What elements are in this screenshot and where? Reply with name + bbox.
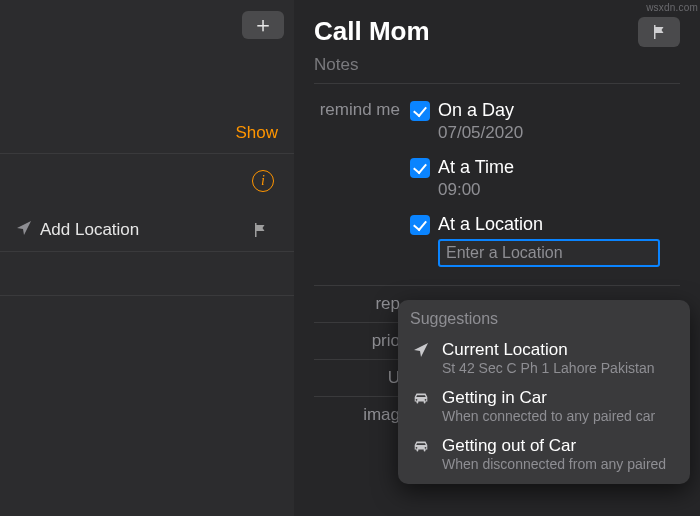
plus-icon: ＋ [252, 14, 274, 36]
on-a-day-label: On a Day [438, 100, 514, 121]
at-a-time-label: At a Time [438, 157, 514, 178]
suggestion-getting-out-of-car[interactable]: Getting out of Car When disconnected fro… [410, 430, 678, 478]
suggestion-getting-in-car[interactable]: Getting in Car When connected to any pai… [410, 382, 678, 430]
repeat-label: rep [314, 294, 410, 314]
on-a-day-value[interactable]: 07/05/2020 [438, 123, 680, 143]
location-arrow-icon [16, 220, 32, 240]
add-location-row[interactable]: Add Location [0, 208, 294, 252]
info-icon[interactable]: i [252, 170, 274, 192]
flag-icon [651, 24, 667, 40]
suggestion-subtitle: St 42 Sec C Ph 1 Lahore Pakistan [442, 360, 678, 376]
notes-field[interactable]: Notes [314, 55, 680, 84]
flag-icon [252, 222, 268, 238]
checkbox-at-a-location[interactable] [410, 215, 430, 235]
location-suggestions-popup: Suggestions Current Location St 42 Sec C… [398, 300, 690, 484]
at-a-location-label: At a Location [438, 214, 543, 235]
add-reminder-button[interactable]: ＋ [242, 11, 284, 39]
reminder-title[interactable]: Call Mom [314, 16, 430, 47]
suggestions-title: Suggestions [410, 310, 678, 328]
suggestion-title: Getting in Car [442, 388, 678, 408]
suggestion-subtitle: When disconnected from any paired [442, 456, 678, 472]
suggestion-title: Current Location [442, 340, 678, 360]
flag-button[interactable] [242, 217, 278, 243]
flag-button[interactable] [638, 17, 680, 47]
checkbox-on-a-day[interactable] [410, 101, 430, 121]
url-label: U [314, 368, 410, 388]
add-location-label: Add Location [40, 220, 139, 240]
at-a-time-value[interactable]: 09:00 [438, 180, 680, 200]
location-input[interactable] [438, 239, 660, 267]
suggestion-subtitle: When connected to any paired car [442, 408, 678, 424]
location-arrow-icon [410, 340, 432, 363]
detail-panel: wsxdn.com Call Mom Notes remind me On a … [294, 0, 700, 516]
show-completed-toggle[interactable]: Show [235, 123, 278, 143]
sidebar: ＋ Show i Add Location [0, 0, 294, 516]
list-item[interactable]: i [0, 154, 294, 208]
car-icon [410, 436, 432, 458]
remind-me-label: remind me [314, 100, 410, 281]
images-label: imag [314, 405, 410, 425]
suggestion-title: Getting out of Car [442, 436, 678, 456]
car-icon [410, 388, 432, 410]
priority-label: prio [314, 331, 410, 351]
watermark: wsxdn.com [646, 2, 698, 13]
list-item[interactable] [0, 252, 294, 296]
suggestion-current-location[interactable]: Current Location St 42 Sec C Ph 1 Lahore… [410, 334, 678, 382]
checkbox-at-a-time[interactable] [410, 158, 430, 178]
